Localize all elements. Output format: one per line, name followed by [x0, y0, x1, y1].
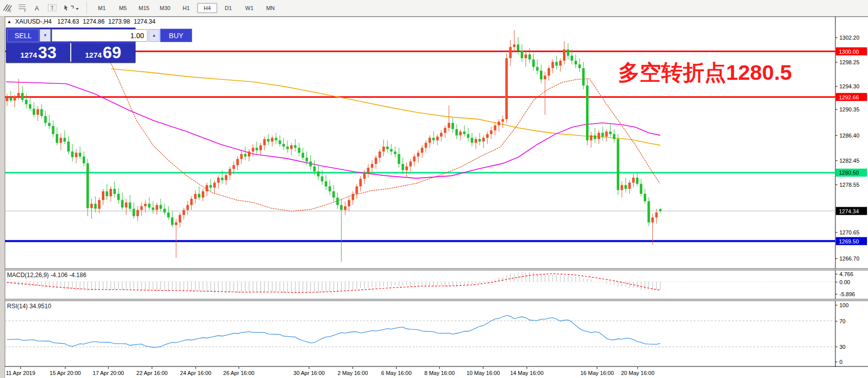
time-axis-label: 11 Apr 2019 — [6, 370, 36, 376]
candle-body — [56, 134, 58, 143]
volume-down-icon[interactable]: ▼ — [40, 29, 51, 42]
candle-body — [160, 205, 162, 208]
buy-price[interactable]: 1274 69 — [71, 43, 135, 62]
candle-body — [14, 96, 16, 101]
candle-body — [336, 198, 339, 205]
candle-body — [317, 172, 320, 177]
timeframe-button-M15[interactable]: M15 — [134, 3, 154, 13]
sell-price[interactable]: 1274 33 — [7, 43, 71, 62]
candle-body — [409, 162, 412, 167]
candle-body — [648, 201, 650, 222]
candle-body — [275, 138, 277, 141]
rsi-axis-label: 100 — [839, 302, 848, 308]
candle-body — [248, 152, 250, 157]
time-axis-label: 8 May 16:00 — [424, 370, 455, 376]
price-axis-label: 1294.30 — [839, 83, 859, 89]
grid-f-icon[interactable]: F — [16, 2, 29, 14]
candle-body — [48, 123, 51, 126]
candle-body — [479, 139, 481, 142]
candle-body — [605, 132, 608, 137]
candle-body — [598, 133, 600, 139]
volume-input[interactable] — [52, 29, 148, 42]
timeframe-button-M1[interactable]: M1 — [92, 3, 112, 13]
candle-body — [40, 109, 43, 116]
candle-body — [609, 132, 612, 134]
candle-body — [574, 61, 577, 64]
textbox-t-icon[interactable]: T — [46, 2, 59, 14]
candle-body — [602, 133, 604, 137]
candle-body — [209, 185, 212, 188]
candle-body — [164, 209, 166, 212]
buy-price-big: 69 — [103, 44, 121, 61]
candle-body — [329, 186, 331, 191]
candle-body — [655, 212, 658, 217]
candle-body — [625, 185, 627, 189]
candle-body — [167, 212, 170, 217]
candle-body — [471, 138, 473, 143]
timeframe-button-H1[interactable]: H1 — [176, 3, 196, 13]
candle-body — [586, 85, 589, 140]
timeframe-button-W1[interactable]: W1 — [239, 3, 259, 13]
chart-header: ▲ XAUUSD-,H4 1274.63 1274.86 1273.98 127… — [7, 18, 158, 25]
candle-body — [378, 152, 381, 158]
cursor-tools-icon[interactable] — [61, 2, 81, 14]
svg-text:A: A — [35, 5, 39, 12]
candle-body — [229, 169, 231, 175]
candle-body — [187, 205, 189, 210]
candle-body — [267, 139, 269, 142]
svg-text:E: E — [9, 9, 12, 13]
candle-body — [75, 153, 77, 157]
candle-body — [259, 145, 262, 150]
top-toolbar: E F A T M1M5M15M30H1H4D1W1MN — [0, 0, 868, 17]
candle-body — [244, 154, 246, 157]
timeframe-button-M5[interactable]: M5 — [113, 3, 133, 13]
candle-body — [63, 138, 66, 142]
candle-body — [156, 205, 158, 210]
candle-body — [306, 158, 308, 161]
rsi-name: RSI(14) — [7, 303, 28, 310]
candle-body — [578, 64, 581, 68]
candle-body — [183, 210, 185, 215]
toolbar-separator — [86, 3, 87, 14]
candle-body — [71, 152, 74, 157]
timeframe-button-MN[interactable]: MN — [260, 3, 280, 13]
candle-body — [475, 139, 477, 143]
candle-body — [102, 191, 104, 200]
rsi-axis-label: 70 — [839, 318, 845, 324]
candle-body — [252, 148, 254, 151]
indicator-hatch-icon[interactable]: E — [1, 2, 14, 14]
candle-body — [394, 152, 396, 154]
collapse-arrow-icon[interactable]: ▲ — [7, 19, 12, 24]
candle-body — [498, 121, 500, 125]
candle-body — [132, 209, 135, 216]
candle-body — [567, 50, 569, 56]
candle-body — [636, 178, 639, 184]
sell-price-small: 1274 — [20, 51, 37, 59]
candle-body — [344, 206, 347, 210]
candle-body — [651, 217, 654, 222]
timeframe-button-D1[interactable]: D1 — [218, 3, 238, 13]
price-axis-label: 1282.45 — [839, 158, 859, 164]
buy-button[interactable]: BUY — [160, 29, 192, 42]
timeframe-button-H4[interactable]: H4 — [197, 3, 217, 13]
svg-text:F: F — [24, 9, 26, 13]
chart-annotation-text[interactable]: 多空转折点1280.5 — [618, 58, 792, 87]
time-axis-label: 24 Apr 16:00 — [180, 370, 211, 376]
candle-body — [644, 194, 646, 201]
candle-body — [129, 202, 131, 208]
volume-up-icon[interactable]: ▲ — [149, 29, 160, 42]
price-axis-label: 1302.20 — [839, 35, 859, 41]
candle-body — [444, 128, 447, 133]
text-a-icon[interactable]: A — [31, 2, 44, 14]
candle-body — [125, 202, 127, 207]
timeframe-button-M30[interactable]: M30 — [155, 3, 175, 13]
candle-body — [98, 200, 100, 209]
mt4-window: { "toolbar": { "icons": ["indicator-hatc… — [0, 0, 868, 378]
candle-body — [321, 176, 324, 181]
sell-button[interactable]: SELL — [7, 29, 39, 42]
candle-body — [456, 129, 458, 135]
candle-body — [213, 183, 216, 188]
candle-body — [140, 206, 143, 210]
rsi-value: 34.9510 — [30, 303, 51, 310]
candle-body — [509, 47, 512, 58]
